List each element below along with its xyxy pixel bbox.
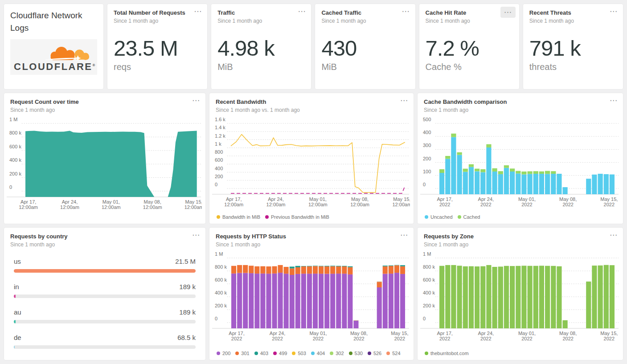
legend-label: 302 <box>336 351 344 356</box>
svg-text:600: 600 <box>215 157 223 163</box>
bandwidth-line-chart[interactable]: 1.6 k1.4 k1.2 k1 k8006004002000Apr 17,12… <box>211 117 410 207</box>
legend-item[interactable]: 524 <box>386 351 400 356</box>
legend-dot-icon <box>217 352 220 355</box>
country-row-au: au189 k <box>14 308 196 323</box>
legend-item[interactable]: 499 <box>273 351 287 356</box>
bandwidth-legend: Bandwidth in MiBPrevious Bandwidth in Mi… <box>217 214 409 220</box>
panel-menu-button[interactable]: ⋯ <box>400 231 408 239</box>
panel-menu-button[interactable]: ⋯ <box>194 8 202 15</box>
panel-requests-by-zone: Requests by Zone Since 1 month ago ⋯ 1 M… <box>417 227 623 360</box>
legend-item[interactable]: 404 <box>311 351 325 356</box>
svg-text:0: 0 <box>423 316 426 321</box>
stat-unit: Cache % <box>426 62 513 72</box>
svg-text:12:00am: 12:00am <box>19 204 38 210</box>
legend-label: 200 <box>222 351 230 356</box>
country-code: us <box>14 258 21 265</box>
svg-text:Apr 17,: Apr 17, <box>226 196 242 202</box>
stat-unit: MiB <box>321 62 409 72</box>
legend-item[interactable]: 503 <box>292 351 306 356</box>
panel-title: Traffic <box>217 9 305 16</box>
cache-bandwidth-bar-chart[interactable]: 5004003002001000Apr 17,2022Apr 24,2022Ma… <box>419 117 619 207</box>
country-bar-track <box>14 294 196 298</box>
svg-text:12:00am: 12:00am <box>350 202 369 207</box>
svg-text:400 k: 400 k <box>423 290 435 295</box>
panel-menu-button[interactable]: ⋯ <box>500 7 516 18</box>
svg-text:May 01,: May 01, <box>309 331 327 336</box>
zone-bar-chart[interactable]: 1 M800 k600 k400 k200 k0Apr 17,2022Apr 2… <box>419 252 619 343</box>
svg-text:12:00am: 12:00am <box>102 204 121 210</box>
svg-text:1 M: 1 M <box>9 117 17 122</box>
panel-title: Cached Traffic <box>321 9 409 16</box>
svg-text:2022: 2022 <box>439 202 450 207</box>
svg-text:0: 0 <box>215 182 217 187</box>
svg-text:1.4 k: 1.4 k <box>215 125 225 130</box>
panel-subtitle: Since 1 month ago <box>114 18 201 24</box>
legend-item[interactable]: 200 <box>217 351 230 356</box>
svg-text:Apr 17,: Apr 17, <box>437 196 452 202</box>
svg-text:2022: 2022 <box>562 336 573 341</box>
legend-item[interactable]: 301 <box>235 351 249 356</box>
svg-text:Apr 24,: Apr 24, <box>270 331 285 336</box>
legend-item[interactable]: 530 <box>349 351 363 356</box>
legend-item[interactable]: Previous Bandwidth in MiB <box>265 214 329 220</box>
svg-text:200 k: 200 k <box>423 303 435 308</box>
svg-text:600 k: 600 k <box>215 277 227 282</box>
svg-text:May 08,: May 08, <box>351 196 369 202</box>
svg-text:0: 0 <box>215 316 217 321</box>
legend-item[interactable]: 302 <box>330 351 344 356</box>
panel-menu-button[interactable]: ⋯ <box>610 231 618 239</box>
country-row-de: de68.5 k <box>14 334 196 349</box>
cache-bandwidth-legend: UncachedCached <box>425 214 619 220</box>
svg-text:May 01,: May 01, <box>518 196 536 202</box>
panel-cache-bandwidth: Cache Bandwidth comparison Since 1 month… <box>417 93 623 224</box>
country-bar-track <box>14 269 196 273</box>
panel-menu-button[interactable]: ⋯ <box>192 231 200 239</box>
legend-dot-icon <box>425 352 428 355</box>
svg-text:12:00am: 12:00am <box>60 204 79 210</box>
registered-mark: ® <box>93 63 95 67</box>
svg-text:1 k: 1 k <box>215 141 221 147</box>
legend-dot-icon <box>217 215 220 219</box>
svg-text:2022: 2022 <box>562 202 573 207</box>
panel-menu-button[interactable]: ⋯ <box>610 97 618 104</box>
legend-label: theburritobot.com <box>430 351 469 356</box>
legend-item[interactable]: 403 <box>254 351 268 356</box>
svg-text:12:00am: 12:00am <box>393 202 410 207</box>
svg-text:Apr 17,: Apr 17, <box>20 199 36 204</box>
legend-item[interactable]: theburritobot.com <box>425 351 469 356</box>
svg-text:Apr 24,: Apr 24, <box>478 331 494 336</box>
svg-text:Apr 24,: Apr 24, <box>268 196 283 202</box>
svg-text:400: 400 <box>215 165 223 171</box>
country-bar-track <box>14 320 196 323</box>
legend-label: 530 <box>355 351 363 356</box>
legend-item[interactable]: Cached <box>458 214 480 220</box>
svg-text:600 k: 600 k <box>423 277 435 282</box>
svg-text:May 15,: May 15, <box>185 199 202 204</box>
legend-label: 524 <box>392 351 400 356</box>
legend-item[interactable]: 526 <box>368 351 381 356</box>
panel-menu-button[interactable]: ⋯ <box>402 8 410 15</box>
panel-menu-button[interactable]: ⋯ <box>400 97 408 104</box>
svg-text:2022: 2022 <box>353 336 364 341</box>
dashboard-title: Cloudflare Network Logs <box>10 9 97 34</box>
panel-menu-button[interactable]: ⋯ <box>298 8 306 15</box>
country-bar-fill <box>14 320 16 323</box>
country-code: de <box>14 334 21 341</box>
http-status-bar-chart[interactable]: 1 M800 k600 k400 k200 k0Apr 17,2022Apr 2… <box>211 252 410 343</box>
legend-item[interactable]: Bandwidth in MiB <box>217 214 260 220</box>
svg-text:0: 0 <box>9 184 12 190</box>
legend-label: Bandwidth in MiB <box>222 214 260 220</box>
stat-value: 7.2 % <box>426 36 513 61</box>
country-bar-fill <box>14 345 15 349</box>
stats-row: Cloudflare Network Logs <box>4 4 623 90</box>
panel-menu-button[interactable]: ⋯ <box>192 97 200 104</box>
country-value: 189 k <box>179 308 196 316</box>
legend-dot-icon <box>254 352 258 355</box>
panel-menu-button[interactable]: ⋯ <box>610 8 618 15</box>
legend-item[interactable]: Uncached <box>425 214 453 220</box>
panel-branding: Cloudflare Network Logs <box>4 4 104 90</box>
panel-cached-traffic: Cached Traffic Since 1 month ago ⋯ 430 M… <box>315 4 415 90</box>
request-count-area-chart[interactable]: 1 M800 k600 k400 k200 k0Apr 17,12:00amAp… <box>6 117 202 209</box>
svg-text:200 k: 200 k <box>215 303 227 308</box>
stat-value: 430 <box>321 36 409 61</box>
